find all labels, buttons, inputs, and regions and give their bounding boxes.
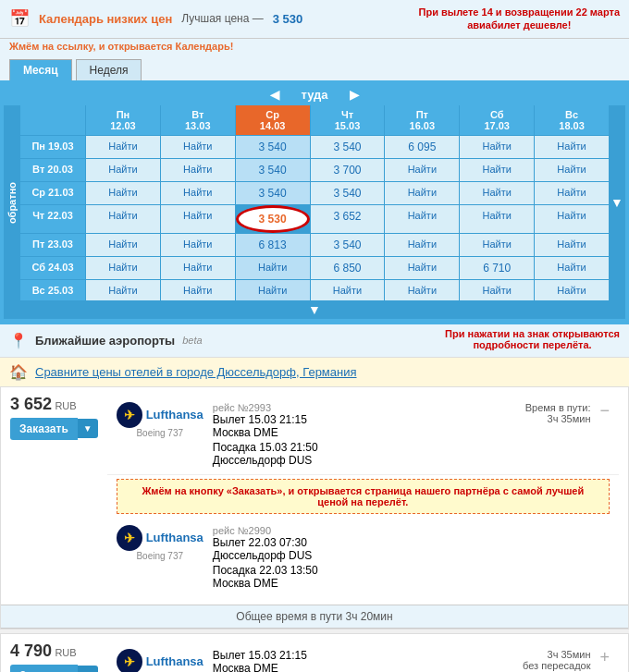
order-button-2[interactable]: Заказать xyxy=(10,665,78,672)
flight-result-2: 4 790 RUB Заказать ▼ ✈ Lufthansa В xyxy=(0,633,629,672)
grid-cell[interactable]: Найти xyxy=(385,205,459,233)
tab-week[interactable]: Неделя xyxy=(76,59,142,80)
airline-logo-2: ✈ Lufthansa Boeing 737 xyxy=(117,525,204,561)
grid-cell[interactable]: Найти xyxy=(460,136,534,158)
airline-name: Lufthansa xyxy=(146,408,204,422)
grid-cell[interactable]: Найти xyxy=(460,159,534,181)
grid-cell[interactable]: 6 095 xyxy=(385,136,459,158)
grid-cell[interactable]: Найти xyxy=(460,234,534,256)
grid-row-header-3: Чт 22.03 xyxy=(20,205,85,233)
grid-cell[interactable]: Найти xyxy=(535,136,609,158)
flight-details-3: Вылет 15.03 21:15 Москва DME Посадка 15.… xyxy=(213,649,508,672)
calendar-title: Календарь низких цен xyxy=(39,12,172,26)
price-block-2: 4 790 RUB Заказать ▼ xyxy=(10,641,98,672)
calendar-tabs: Месяц Неделя xyxy=(0,55,629,80)
grid-cell[interactable]: Найти xyxy=(535,182,609,204)
grid-row-header-0: Пн 19.03 xyxy=(20,136,85,158)
grid-cell[interactable]: Найти xyxy=(86,280,160,300)
grid-cell[interactable]: Найти xyxy=(535,159,609,181)
airline-logo: ✈ Lufthansa Boeing 737 xyxy=(117,402,204,438)
order-button-1[interactable]: Заказать xyxy=(10,418,78,440)
grid-cell[interactable]: 6 850 xyxy=(311,257,385,279)
grid-cell[interactable]: 3 540 xyxy=(236,136,310,158)
grid-cell[interactable]: Найти xyxy=(86,234,160,256)
grid-cell[interactable]: 3 652 xyxy=(311,205,385,233)
grid-row-header-1: Вт 20.03 xyxy=(20,159,85,181)
nav-down-bottom[interactable]: ▼ xyxy=(308,302,321,317)
grid-cell[interactable]: Найти xyxy=(161,159,235,181)
click-link-text[interactable]: Жмём на ссылку, и открывается Календарь! xyxy=(0,39,629,55)
airline-name-2: Lufthansa xyxy=(146,531,204,544)
grid-cell[interactable]: Найти xyxy=(385,159,459,181)
flight-result-1: 3 652 RUB Заказать ▼ ✈ Lufthansa Boeing … xyxy=(0,386,629,629)
grid-cell[interactable]: Найти xyxy=(460,280,534,300)
grid-cell-best-price[interactable]: 3 530 xyxy=(236,205,310,233)
grid-cell[interactable]: Найти xyxy=(86,257,160,279)
grid-cell[interactable]: Найти xyxy=(86,136,160,158)
tab-month[interactable]: Месяц xyxy=(9,59,72,80)
arrival-info: Посадка 15.03 21:50 Дюссельдорф DUS xyxy=(213,441,508,467)
lufthansa-icon-2: ✈ xyxy=(117,525,142,551)
grid-cell[interactable]: Найти xyxy=(535,280,609,300)
annotation-airports: При нажатии на знак открываютсяподробнос… xyxy=(445,328,620,350)
grid-cell[interactable]: 3 540 xyxy=(236,159,310,181)
grid-row-header-6: Вс 25.03 xyxy=(20,280,85,300)
grid-cell[interactable]: Найти xyxy=(86,182,160,204)
annotation-top-right: При вылете 14 и возвращении 22 мартаавиа… xyxy=(419,6,620,32)
collapse-button-1[interactable]: − xyxy=(599,402,610,419)
expand-button-2[interactable]: + xyxy=(599,649,610,666)
grid-cell[interactable]: Найти xyxy=(385,182,459,204)
order-btn-group-1: Заказать ▼ xyxy=(10,418,98,440)
direction-label: ◀ туда ▶ xyxy=(4,84,625,105)
depart-info-3: Вылет 15.03 21:15 Москва DME xyxy=(213,649,508,672)
grid-cell[interactable]: 3 700 xyxy=(311,159,385,181)
order-annotation: Жмём на кнопку «Заказать», и открывается… xyxy=(117,479,610,514)
grid-col-header-5: Сб17.03 xyxy=(460,105,534,135)
grid-cell[interactable]: Найти xyxy=(311,280,385,300)
grid-cell[interactable]: Найти xyxy=(86,159,160,181)
nav-right[interactable]: ▶ xyxy=(350,88,359,102)
aircraft-type-2: Boeing 737 xyxy=(136,551,183,561)
grid-cell[interactable]: Найти xyxy=(161,280,235,300)
vertical-nav-down[interactable]: ▼ xyxy=(610,195,623,210)
lufthansa-icon-3: ✈ xyxy=(117,649,142,672)
hotel-link[interactable]: Сравните цены отелей в городе Дюссельдор… xyxy=(35,365,357,379)
grid-col-header-1: Вт13.03 xyxy=(161,105,235,135)
price-block-1: 3 652 RUB Заказать ▼ xyxy=(10,395,98,440)
grid-cell[interactable]: Найти xyxy=(236,280,310,300)
grid-cell[interactable]: 6 813 xyxy=(236,234,310,256)
vertical-label: обратно xyxy=(6,182,18,224)
grid-cell[interactable]: Найти xyxy=(535,205,609,233)
grid-cell[interactable]: 3 540 xyxy=(311,234,385,256)
depart-info: Вылет 15.03 21:15 Москва DME xyxy=(213,413,508,439)
flight-details: рейс №2993 Вылет 15.03 21:15 Москва DME … xyxy=(213,402,508,467)
nav-left[interactable]: ◀ xyxy=(270,88,279,102)
grid-cell[interactable]: Найти xyxy=(385,234,459,256)
grid-cell[interactable]: Найти xyxy=(161,136,235,158)
grid-cell[interactable]: 3 540 xyxy=(311,182,385,204)
flight-num: рейс №2993 xyxy=(213,402,508,413)
grid-cell[interactable]: 6 710 xyxy=(460,257,534,279)
order-dropdown-2[interactable]: ▼ xyxy=(78,666,98,672)
grid-cell[interactable]: Найти xyxy=(535,234,609,256)
best-price-value: 3 530 xyxy=(273,12,303,26)
grid-cell[interactable]: Найти xyxy=(236,257,310,279)
grid-cell[interactable]: Найти xyxy=(86,205,160,233)
grid-cell[interactable]: Найти xyxy=(161,182,235,204)
grid-cell[interactable]: Найти xyxy=(161,234,235,256)
flight-segments-2: ✈ Lufthansa Вылет 15.03 21:15 Москва DME… xyxy=(107,641,619,672)
grid-cell[interactable]: 3 540 xyxy=(236,182,310,204)
grid-cell[interactable]: Найти xyxy=(385,280,459,300)
grid-cell[interactable]: 3 540 xyxy=(311,136,385,158)
grid-cell[interactable]: Найти xyxy=(161,257,235,279)
price-amount-1: 3 652 xyxy=(10,395,52,413)
grid-cell[interactable]: Найти xyxy=(385,257,459,279)
grid-cell[interactable]: Найти xyxy=(535,257,609,279)
grid-cell[interactable]: Найти xyxy=(460,205,534,233)
calendar-grid: Пн12.03 Вт13.03 Ср14.03 Чт15.03 Пт16.03 … xyxy=(20,105,609,300)
grid-cell[interactable]: Найти xyxy=(460,182,534,204)
order-dropdown-1[interactable]: ▼ xyxy=(78,419,98,438)
order-btn-group-2: Заказать ▼ xyxy=(10,665,98,672)
grid-col-header-3: Чт15.03 xyxy=(311,105,385,135)
grid-cell[interactable]: Найти xyxy=(161,205,235,233)
